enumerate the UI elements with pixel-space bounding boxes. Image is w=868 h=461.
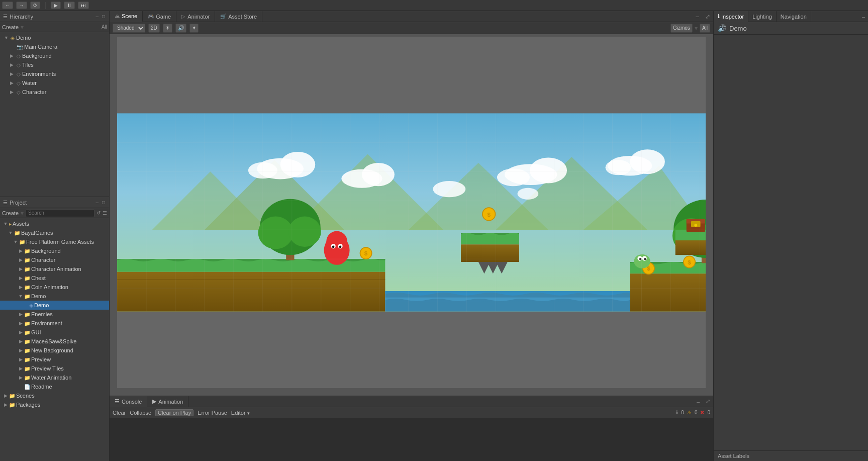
water-anim-folder-icon: 📁: [24, 375, 30, 381]
gizmos-area: Gizmos ▾ All: [670, 24, 710, 33]
hierarchy-item-water[interactable]: ▶ ◇ Water: [0, 78, 109, 87]
project-search-input[interactable]: [26, 209, 94, 217]
tab-animator[interactable]: ▷ Animator: [176, 11, 215, 22]
gameobject-icon: ◇: [17, 62, 21, 68]
project-item-water-animation[interactable]: ▶ 📁 Water Animation: [0, 373, 109, 382]
water-anim-arrow: ▶: [18, 375, 23, 380]
gizmos-button[interactable]: Gizmos: [670, 24, 693, 33]
project-item-environment[interactable]: ▶ 📁 Environment: [0, 319, 109, 328]
project-item-new-background[interactable]: ▶ 📁 New Background: [0, 346, 109, 355]
project-item-preview-tiles[interactable]: ▶ 📁 Preview Tiles: [0, 364, 109, 373]
svg-rect-21: [117, 272, 385, 312]
scene-canvas: $ $: [117, 37, 706, 388]
hierarchy-maximize[interactable]: □: [101, 14, 106, 19]
clear-button[interactable]: Clear: [113, 410, 126, 416]
project-item-preview[interactable]: ▶ 📁 Preview: [0, 355, 109, 364]
collapse-button[interactable]: Collapse: [130, 410, 151, 416]
inspector-minimize-btn[interactable]: –: [859, 14, 868, 20]
project-item-free-platform[interactable]: ▼ 📁 Free Platform Game Assets: [0, 237, 109, 246]
hierarchy-create-button[interactable]: Create: [2, 24, 19, 30]
project-item-demo-scene[interactable]: ◈ Demo: [0, 301, 109, 310]
new-bg-folder-icon: 📁: [24, 348, 30, 353]
hierarchy-toolbar: Create ▾ All: [0, 22, 109, 32]
project-maximize[interactable]: □: [101, 200, 106, 205]
light-button[interactable]: ☀: [163, 24, 172, 33]
project-item-packages[interactable]: ▶ 📁 Packages: [0, 400, 109, 409]
shaded-select[interactable]: Shaded: [113, 24, 145, 33]
hierarchy-list: ▼ ◈ Demo 📷 Main Camera ▶ ◇ Background ▶ …: [0, 32, 109, 197]
redo-button[interactable]: →: [16, 2, 27, 9]
pause-button[interactable]: ⏸: [64, 2, 75, 9]
editor-button[interactable]: Editor ▾: [231, 410, 250, 416]
animation-icon: ▶: [152, 398, 156, 405]
svg-point-29: [326, 231, 347, 252]
project-item-enemies[interactable]: ▶ 📁 Enemies: [0, 310, 109, 319]
scene-svg: $ $: [117, 37, 706, 388]
project-item-demo-folder[interactable]: ▼ 📁 Demo: [0, 292, 109, 301]
tab-asset-store[interactable]: 🛒 Asset Store: [215, 11, 262, 22]
project-item-chest[interactable]: ▶ 📁 Chest: [0, 273, 109, 283]
project-item-coin-animation[interactable]: ▶ 📁 Coin Animation: [0, 283, 109, 292]
inspector-tab-inspector[interactable]: ℹ Inspector: [714, 11, 748, 22]
error-icon: ✖: [700, 410, 704, 415]
char-anim-arrow: ▶: [18, 266, 23, 271]
project-icon: ☰: [3, 200, 8, 205]
error-pause-button[interactable]: Error Pause: [198, 410, 227, 416]
hierarchy-arrow: ▼: [4, 35, 9, 40]
project-item-character[interactable]: ▶ 📁 Character: [0, 255, 109, 264]
hierarchy-all-button[interactable]: All: [102, 24, 107, 30]
project-options-btn[interactable]: ☰: [103, 210, 107, 216]
project-item-character-animation[interactable]: ▶ 📁 Character Animation: [0, 264, 109, 273]
project-item-assets[interactable]: ▼ ▸ Assets: [0, 219, 109, 228]
middle-minimize-btn[interactable]: –: [693, 13, 702, 20]
hierarchy-item-character[interactable]: ▶ ◇ Character: [0, 87, 109, 97]
play-button[interactable]: ▶: [51, 2, 61, 9]
console-right: ℹ 0 ⚠ 0 ✖ 0: [676, 410, 710, 415]
hierarchy-item-background[interactable]: ▶ ◇ Background: [0, 51, 109, 60]
background-folder-icon: 📁: [24, 248, 30, 254]
project-minimize[interactable]: –: [94, 200, 100, 205]
console-minimize-btn[interactable]: –: [694, 399, 703, 405]
inspector-tab-lighting[interactable]: Lighting: [748, 11, 777, 22]
refresh-button[interactable]: ⟳: [30, 2, 40, 9]
console-maximize-btn[interactable]: ⤢: [703, 398, 713, 405]
hierarchy-item-environments[interactable]: ▶ ◇ Environments: [0, 69, 109, 78]
hierarchy-item-demo-root[interactable]: ▼ ◈ Demo: [0, 33, 109, 42]
inspector-tab-navigation[interactable]: Navigation: [777, 11, 811, 22]
project-item-bayatgames[interactable]: ▼ 📁 BayatGames: [0, 228, 109, 237]
undo-button[interactable]: ←: [2, 2, 13, 9]
project-item-background[interactable]: ▶ 📁 Background: [0, 246, 109, 255]
console-tab-console[interactable]: ☰ Console: [110, 396, 147, 407]
hierarchy-item-main-camera[interactable]: 📷 Main Camera: [0, 42, 109, 51]
preview-tiles-folder-icon: 📁: [24, 366, 30, 372]
project-item-scenes[interactable]: ▶ 📁 Scenes: [0, 391, 109, 400]
gizmos-all-button[interactable]: All: [700, 24, 710, 33]
step-button[interactable]: ⏭: [78, 2, 89, 9]
2d-button[interactable]: 2D: [148, 24, 160, 33]
middle-maximize-btn[interactable]: ⤢: [702, 13, 713, 20]
hierarchy-minimize[interactable]: –: [94, 14, 100, 19]
hierarchy-arrow: ▶: [10, 80, 15, 85]
svg-text:$: $: [364, 250, 368, 256]
project-item-mace-saw-spike[interactable]: ▶ 📁 Mace&Saw&Spike: [0, 337, 109, 346]
scene-view[interactable]: $ $: [110, 34, 713, 396]
project-item-gui[interactable]: ▶ 📁 GUI: [0, 328, 109, 337]
hierarchy-item-tiles[interactable]: ▶ ◇ Tiles: [0, 60, 109, 69]
packages-arrow: ▶: [3, 402, 8, 407]
scene-tab-icon: ⛰: [115, 13, 120, 19]
background-arrow: ▶: [18, 248, 23, 253]
clear-on-play-button[interactable]: Clear on Play: [155, 409, 194, 416]
console-tab-animation[interactable]: ▶ Animation: [147, 396, 188, 407]
project-list: ▼ ▸ Assets ▼ 📁 BayatGames ▼ 📁 Free Platf…: [0, 218, 109, 461]
effects-button[interactable]: ✦: [189, 24, 199, 33]
environment-arrow: ▶: [18, 321, 23, 326]
info-count: 0: [681, 410, 684, 415]
audio-button[interactable]: 🔊: [175, 24, 186, 33]
project-refresh-btn[interactable]: ↺: [97, 210, 101, 216]
tabs-row: ⛰ Scene 🎮 Game ▷ Animator 🛒 Asset Store …: [110, 11, 713, 22]
project-item-readme[interactable]: 📄 Readme: [0, 382, 109, 391]
tab-scene[interactable]: ⛰ Scene: [110, 11, 143, 22]
tab-game[interactable]: 🎮 Game: [143, 11, 176, 22]
project-create-button[interactable]: Create: [2, 210, 19, 216]
free-platform-folder-icon: 📁: [19, 239, 25, 245]
